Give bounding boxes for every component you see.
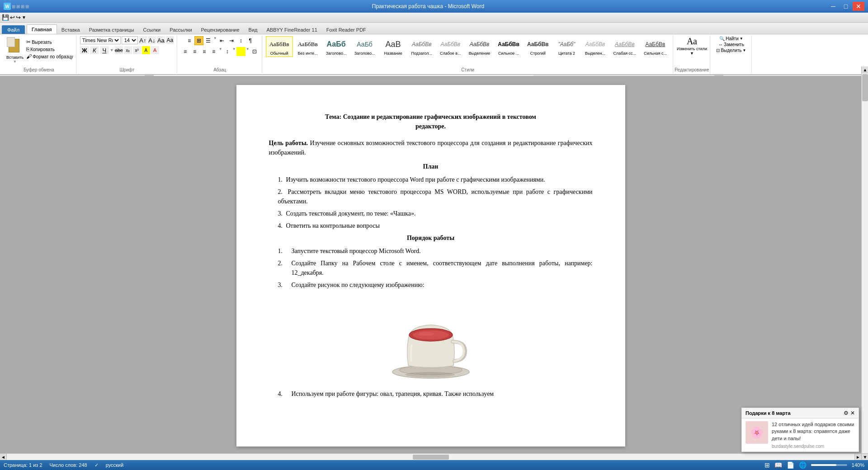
style-heading1[interactable]: АаБб Заголово...: [323, 36, 350, 57]
tab-view[interactable]: Вид: [244, 25, 262, 34]
zoom-slider[interactable]: [811, 464, 847, 466]
maximize-button[interactable]: □: [840, 2, 852, 11]
border-button[interactable]: ⊡: [250, 47, 259, 56]
shading-button[interactable]: [236, 47, 245, 56]
scroll-down-arrow[interactable]: ▼: [862, 453, 868, 460]
tab-insert[interactable]: Вставка: [57, 25, 85, 34]
paste-button[interactable]: Вставить ▼: [5, 36, 25, 65]
change-case-button[interactable]: Аа: [166, 36, 174, 44]
superscript-button[interactable]: x²: [133, 46, 141, 54]
tab-review[interactable]: Рецензирование: [197, 25, 244, 34]
cut-button[interactable]: ✂ Вырезать: [26, 39, 73, 45]
show-marks-button[interactable]: ¶: [246, 36, 255, 45]
plan-item-2: 2. Рассмотреть вкладки меню текстового п…: [269, 187, 593, 206]
align-left-button[interactable]: ≡: [181, 47, 190, 56]
style-quote2[interactable]: "АаБб" Цитата 2: [553, 36, 580, 57]
copy-button[interactable]: ⎘ Копировать: [26, 46, 73, 52]
horizontal-scrollbar[interactable]: ◄ ►: [0, 453, 861, 460]
vertical-scrollbar[interactable]: ▲ ▼: [861, 66, 868, 460]
highlight-button[interactable]: A: [142, 46, 150, 54]
notification-popup: Подарки к 8 марта ⚙ ✕ 🌸 12 отличных идей…: [741, 408, 859, 452]
style-strong[interactable]: АаБбВв Сильное ...: [495, 36, 523, 57]
document-area[interactable]: Тема: Создание и редактирование графичес…: [0, 76, 861, 460]
shrink-font-button[interactable]: A↓: [148, 36, 156, 44]
notification-close-button[interactable]: ✕: [850, 410, 855, 416]
view-print-icon[interactable]: 📄: [787, 461, 794, 469]
bullets-button[interactable]: ≡: [185, 36, 194, 45]
view-normal-icon[interactable]: ⊞: [764, 461, 770, 469]
view-reading-icon[interactable]: 📖: [774, 461, 782, 469]
save-icon[interactable]: 💾: [2, 14, 9, 21]
style-emphasis[interactable]: АаБбВв Выделение: [466, 36, 494, 57]
style-strong-ref[interactable]: АаБбВв Сильная с...: [641, 36, 670, 57]
word-count: Число слов: 248: [50, 462, 87, 468]
hscroll-thumb[interactable]: [413, 455, 449, 460]
ribbon: Вставить ▼ ✂ Вырезать ⎘ Копировать 🖌 Фор…: [0, 34, 868, 75]
style-highlighted[interactable]: АаБбВв Выделен...: [581, 36, 609, 57]
font-size-select[interactable]: 14: [122, 36, 138, 44]
change-styles-group: Аа Изменить стили ▼ Редактирование: [674, 35, 710, 73]
style-subtitle[interactable]: АаБбВв Подзагол...: [408, 36, 435, 57]
tab-pagelayout[interactable]: Разметка страницы: [85, 25, 139, 34]
line-spacing-button[interactable]: ↕: [223, 47, 232, 56]
font-color-button[interactable]: A: [151, 46, 159, 54]
tab-mailings[interactable]: Рассылки: [165, 25, 196, 34]
scroll-up-arrow[interactable]: ▲: [862, 66, 868, 73]
style-weak-ref[interactable]: АаБбВв Слабая сс...: [610, 36, 639, 57]
increase-indent-button[interactable]: ⇥: [227, 36, 236, 45]
quick-access-dropdown[interactable]: ▼: [22, 15, 26, 20]
multilevel-list-button[interactable]: ☰: [204, 36, 213, 45]
close-button[interactable]: ✕: [853, 2, 864, 11]
numbering-button[interactable]: ⊞: [194, 36, 203, 45]
style-normal[interactable]: АаБбВв Обычный: [266, 36, 293, 57]
tab-home[interactable]: Главная: [27, 24, 57, 34]
notification-text: 12 отличных идей подарков своими руками …: [772, 421, 855, 442]
spell-check-icon[interactable]: ✓: [94, 462, 99, 468]
title-bar: W ⊞ ⊞ ⊞ ⊞ Практическая работа чашка - Mi…: [0, 0, 868, 13]
subscript-button[interactable]: x₂: [124, 46, 132, 54]
tab-abbyy[interactable]: ABBYY FineReader 11: [262, 25, 321, 34]
style-no-spacing[interactable]: АаБбВв Без инте...: [294, 36, 321, 57]
justify-button[interactable]: ≡: [209, 47, 218, 56]
language-indicator[interactable]: русский: [106, 462, 123, 468]
tab-file[interactable]: Файл: [2, 25, 25, 34]
grow-font-button[interactable]: A↑: [139, 36, 147, 44]
cup-illustration: [269, 299, 593, 380]
decrease-indent-button[interactable]: ⇤: [217, 36, 226, 45]
style-title[interactable]: AaB Название: [380, 36, 407, 57]
change-styles-button[interactable]: Аа Изменить стили ▼: [677, 36, 707, 56]
underline-button[interactable]: Ч: [100, 46, 109, 54]
order-item-3: 3. Создайте рисунок по следующему изобра…: [269, 280, 593, 290]
style-subtle-em[interactable]: АаБбВв Слабое в...: [437, 36, 464, 57]
scroll-left-arrow[interactable]: ◄: [0, 454, 7, 461]
tab-references[interactable]: Ссылки: [138, 25, 165, 34]
italic-button[interactable]: К: [90, 46, 99, 54]
minimize-button[interactable]: ─: [827, 2, 839, 11]
window-title: Практическая работа чашка - Microsoft Wo…: [29, 3, 827, 9]
style-heading2[interactable]: АаБб Заголово...: [351, 36, 378, 57]
bold-button[interactable]: Ж: [80, 46, 89, 54]
replace-button[interactable]: ↔Заменить: [718, 42, 744, 47]
find-button[interactable]: 🔍Найти▼: [719, 36, 743, 41]
align-center-button[interactable]: ≡: [190, 47, 199, 56]
editing-group: 🔍Найти▼ ↔Заменить ⊡Выделить▼: [711, 35, 752, 73]
paragraph-group: ≡ ⊞ ☰ ▼ ⇤ ⇥ ↕ ¶ ≡ ≡ ≡ ≡ ▼ ↕ ▼ ▼ ⊡: [178, 35, 262, 73]
clear-format-button[interactable]: Aa: [157, 36, 165, 44]
document-purpose: Цель работы. Изучение основных возможнос…: [269, 138, 593, 157]
sort-button[interactable]: ↕: [236, 36, 245, 45]
zoom-level[interactable]: 140%: [852, 462, 864, 468]
select-button[interactable]: ⊡Выделить▼: [716, 48, 746, 53]
style-strict[interactable]: АаБбВв Строгий: [524, 36, 552, 57]
view-web-icon[interactable]: 🌐: [799, 461, 807, 469]
undo-icon[interactable]: ↩: [10, 14, 15, 21]
scroll-thumb[interactable]: [862, 74, 868, 101]
font-name-select[interactable]: Times New Roman: [80, 36, 121, 44]
format-copy-button[interactable]: 🖌 Формат по образцу: [26, 53, 73, 60]
strikethrough-button[interactable]: abc: [115, 46, 123, 54]
ribbon-tabs: Файл Главная Вставка Разметка страницы С…: [0, 23, 868, 34]
scroll-right-arrow[interactable]: ►: [854, 454, 861, 461]
notification-settings-icon[interactable]: ⚙: [844, 410, 849, 416]
align-right-button[interactable]: ≡: [200, 47, 209, 56]
tab-foxit[interactable]: Foxit Reader PDF: [322, 25, 371, 34]
redo-icon[interactable]: ↪: [16, 14, 21, 21]
